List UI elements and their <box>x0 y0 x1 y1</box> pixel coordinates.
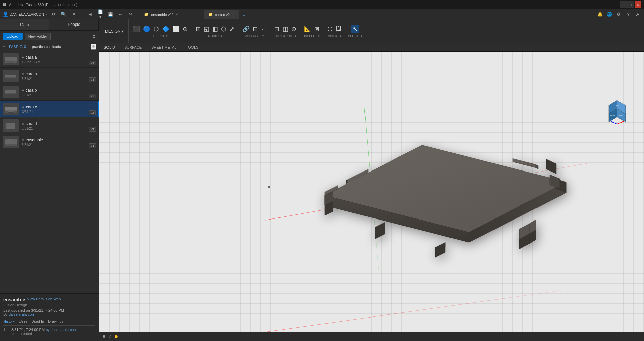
tools-tab[interactable]: TOOLS <box>181 44 203 51</box>
zoom-fit-button[interactable]: ⤢ <box>108 334 111 339</box>
file-item-ensamble[interactable]: ◈ ensamble 3/31/21 V1 <box>0 134 99 150</box>
create-loft-btn[interactable]: 🔷 <box>161 25 171 33</box>
people-tab[interactable]: People <box>49 19 99 30</box>
search-button[interactable]: 🔍 <box>60 11 67 18</box>
create-revolve-btn[interactable]: 🔵 <box>142 25 152 33</box>
file-item-cara-b-v2[interactable]: ◈ cara b 3/31/21 V2 <box>0 84 99 101</box>
redo-button[interactable]: ↪ <box>127 11 134 18</box>
help-button[interactable]: ? <box>625 11 632 18</box>
close-tab-ensamble[interactable]: ✕ <box>175 13 178 16</box>
file-item-cara-b-v1[interactable]: ◈ cara b 3/31/21 V1 <box>0 68 99 84</box>
solid-tab[interactable]: SOLID <box>99 44 120 51</box>
file-item-cara-c[interactable]: ◈ cara c 3/31/21 V2 <box>0 101 99 117</box>
modify-shell-btn[interactable]: ⬡ <box>220 25 228 33</box>
create-extrude-btn[interactable]: ⬛ <box>131 25 141 33</box>
minimize-button[interactable]: − <box>620 1 627 8</box>
file-item-cara-d[interactable]: ◈ cara d 3/31/21 V1 <box>0 117 99 134</box>
insert-canvas-btn[interactable]: 🖼 <box>334 25 343 33</box>
close-tab-cara-c[interactable]: ✕ <box>232 13 234 16</box>
info-type: Fusion Design <box>3 303 27 307</box>
file-version-cara-d[interactable]: V1 <box>89 127 96 132</box>
used-in-tab[interactable]: Used In <box>31 319 44 325</box>
design-button[interactable]: DESIGN ▾ <box>102 28 126 35</box>
assemble-motion-btn[interactable]: ↔ <box>259 25 268 33</box>
surface-tab[interactable]: SURFACE <box>120 44 146 51</box>
history-author[interactable]: by daniela alarcon <box>46 328 76 332</box>
canvas-icon: 🖼 <box>336 26 342 32</box>
assemble-joint-btn[interactable]: 🔗 <box>241 25 251 33</box>
view-details-link[interactable]: View Details on Web <box>27 297 61 301</box>
modify-press-pull-btn[interactable]: ⊞ <box>194 25 202 33</box>
modify-fillet-btn[interactable]: ◱ <box>202 25 211 33</box>
insert-group: ⬡ 🖼 INSERT ▾ <box>324 19 345 43</box>
close-button[interactable]: × <box>635 1 641 8</box>
file-item-cara-a[interactable]: ◈ cara a 12:35:18 AM V4 <box>0 51 99 68</box>
upload-button[interactable]: Upload <box>3 33 23 40</box>
3d-model-svg <box>281 108 583 293</box>
refresh-button[interactable]: ↻ <box>50 11 57 18</box>
insert-mesh-btn[interactable]: ⬡ <box>326 25 334 33</box>
history-tab[interactable]: History <box>3 319 15 325</box>
info-updated: Last updated on 3/31/21, 7:24:00 PM <box>3 308 95 312</box>
origin-point <box>268 186 270 188</box>
account-button[interactable]: A <box>634 11 641 18</box>
motion-icon: ↔ <box>261 26 267 32</box>
file-thumb-cara-a <box>3 53 19 65</box>
tab-ensamble[interactable]: 📁 ensamble v1* ✕ <box>140 10 182 19</box>
save-button[interactable]: 💾 <box>107 11 114 18</box>
modify-scale-btn[interactable]: ⤢ <box>228 25 236 33</box>
modify-chamfer-btn[interactable]: ◧ <box>211 25 219 33</box>
inspect-measure-btn[interactable]: 📐 <box>303 25 313 33</box>
tab-cara-c[interactable]: 📁 cara c v2 ✕ <box>204 10 239 19</box>
notifications-button[interactable]: 🔔 <box>596 11 604 18</box>
file-version-ensamble[interactable]: V1 <box>89 143 96 148</box>
file-version-cara-b2[interactable]: V2 <box>89 94 96 98</box>
svg-marker-28 <box>375 222 385 239</box>
inspect-interference-btn[interactable]: ⊠ <box>313 25 321 33</box>
grid-apps-button[interactable]: ⊞ <box>87 11 94 18</box>
select-label: SELECT ▾ <box>348 34 362 38</box>
user-dropdown-icon[interactable]: ▾ <box>45 13 47 16</box>
new-tab-button[interactable]: ＋ <box>240 12 248 19</box>
home-button[interactable]: ⌂ <box>3 44 5 49</box>
open-file-button[interactable]: 📄▾ <box>97 11 104 18</box>
construct-offset-btn[interactable]: ⊟ <box>273 25 281 33</box>
sheet-metal-tab[interactable]: SHEET METAL <box>146 44 181 51</box>
close-panel-button[interactable]: ✕ <box>70 11 77 18</box>
grid-toggle-button[interactable]: ⊞ <box>102 334 105 339</box>
online-button[interactable]: 🌐 <box>606 11 613 18</box>
info-by: By daniela alarcon <box>3 312 95 316</box>
select-btn[interactable]: ↖ <box>351 25 359 33</box>
chamfer-icon: ◧ <box>212 26 218 32</box>
create-rib-btn[interactable]: ⬜ <box>171 25 181 33</box>
settings-button[interactable]: ⚙ <box>615 11 622 18</box>
create-group: ⬛ 🔵 ⬡ 🔷 ⬜ <box>129 19 191 43</box>
uses-tab[interactable]: Uses <box>19 319 27 325</box>
pan-button[interactable]: ✋ <box>114 334 119 339</box>
construct-plane-angle-btn[interactable]: ◫ <box>281 25 290 33</box>
panel-settings-button[interactable]: ⚙ <box>92 34 96 39</box>
file-date-ensamble: 3/31/21 <box>22 143 96 147</box>
create-more-btn[interactable]: ⊕ <box>181 25 189 33</box>
assemble-rigid-btn[interactable]: ⊟ <box>251 25 259 33</box>
author-link[interactable]: daniela alarcon <box>9 312 34 316</box>
undo-button[interactable]: ↩ <box>117 11 124 18</box>
file-name-cara-d: cara d <box>26 121 37 126</box>
create-sweep-btn[interactable]: ⬡ <box>152 25 160 33</box>
drawings-tab[interactable]: Drawings <box>48 319 63 325</box>
construct-axis-btn[interactable]: ⊕ <box>290 25 298 33</box>
viewcube[interactable]: TOP RIGHT FRONT <box>604 99 631 126</box>
tab-label-ensamble: ensamble v1* <box>151 13 173 17</box>
breadcrumb-settings-button[interactable]: ⚙ <box>91 44 96 50</box>
file-thumb-ensamble <box>3 136 19 148</box>
breadcrumb-project[interactable]: FABDIG-01 <box>9 45 28 49</box>
maximize-button[interactable]: □ <box>627 1 634 8</box>
new-folder-button[interactable]: New Folder <box>25 33 51 40</box>
username[interactable]: DANIELA ALARCON <box>10 12 44 16</box>
file-version-cara-b1[interactable]: V1 <box>89 77 96 82</box>
data-tab[interactable]: Data <box>0 19 49 30</box>
canvas-area[interactable]: TOP RIGHT FRONT <box>99 52 644 332</box>
file-version-cara-c[interactable]: V2 <box>89 110 96 115</box>
file-version-cara-a[interactable]: V4 <box>89 61 96 65</box>
by-label: By <box>3 312 8 316</box>
